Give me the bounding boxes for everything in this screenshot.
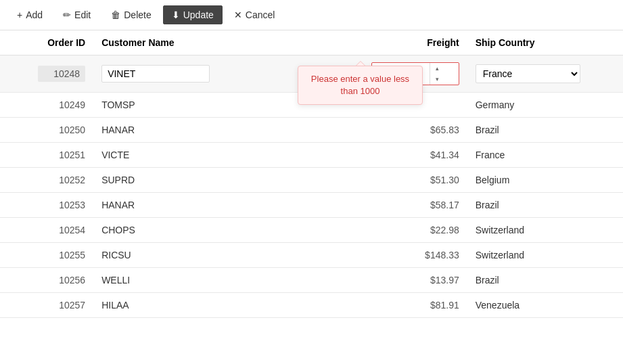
edit-label: Edit [74, 9, 91, 20]
table-row: 10253HANAR$58.17Brazil [0, 193, 623, 218]
update-label: Update [183, 9, 214, 20]
add-label: Add [26, 9, 43, 20]
customer-name-cell: VICTE [93, 143, 342, 168]
tooltip-message: Please enter a value less than 1000 [298, 66, 423, 105]
delete-icon: 🗑 [111, 9, 120, 20]
customer-name-cell: HANAR [93, 193, 342, 218]
ship-country-cell: Belgium [467, 168, 623, 193]
table-row: 10254CHOPS$22.98Switzerland [0, 218, 623, 243]
ship-country-cell: Germany [467, 93, 623, 118]
customer-name-cell: WELLI [93, 268, 342, 293]
header-customer-name: Customer Name [93, 30, 342, 55]
header-order-id: Order ID [0, 30, 93, 55]
freight-spin-up[interactable]: ▴ [430, 63, 445, 74]
ship-country-cell: Venezuela [467, 293, 623, 318]
update-icon: ⬇ [172, 9, 180, 20]
freight-cell: $148.33 [343, 243, 467, 268]
edit-icon: ✏ [63, 9, 71, 20]
add-icon: + [17, 9, 22, 20]
ship-country-cell: Switzerland [467, 243, 623, 268]
edit-button[interactable]: ✏ Edit [54, 5, 99, 24]
toolbar: + Add ✏ Edit 🗑 Delete ⬇ Update ✕ Cancel [0, 0, 623, 30]
ship-country-cell: Brazil [467, 118, 623, 143]
customer-name-input[interactable] [101, 65, 210, 83]
customer-name-cell: SUPRD [93, 168, 342, 193]
freight-cell: $41.34 [343, 143, 467, 168]
order-id-cell: 10250 [0, 118, 93, 143]
ship-country-cell: France [467, 143, 623, 168]
customer-name-cell: RICSU [93, 243, 342, 268]
customer-name-cell: CHOPS [93, 218, 342, 243]
cancel-icon: ✕ [234, 9, 242, 20]
order-id-cell: 10256 [0, 268, 93, 293]
table-row: 10251VICTE$41.34France [0, 143, 623, 168]
header-ship-country: Ship Country [467, 30, 623, 55]
table-row: 10256WELLI$13.97Brazil [0, 268, 623, 293]
freight-cell: $65.83 [343, 118, 467, 143]
freight-spin-down[interactable]: ▾ [430, 74, 445, 85]
order-id-cell: 10257 [0, 293, 93, 318]
ship-country-select[interactable]: France Germany Brazil Belgium Switzerlan… [476, 65, 580, 83]
ship-country-cell: Brazil [467, 193, 623, 218]
table-row: 10250HANAR$65.83Brazil [0, 118, 623, 143]
cancel-label: Cancel [246, 9, 275, 20]
freight-spinners: ▴ ▾ [430, 63, 445, 85]
freight-cell: $22.98 [343, 218, 467, 243]
freight-cell: $81.91 [343, 293, 467, 318]
freight-cell: $13.97 [343, 268, 467, 293]
editing-order-id-cell: 10248 [0, 55, 93, 93]
delete-label: Delete [124, 9, 151, 20]
cancel-button[interactable]: ✕ Cancel [225, 5, 284, 24]
order-id-cell: 10254 [0, 218, 93, 243]
order-id-cell: 10255 [0, 243, 93, 268]
header-freight: Freight [343, 30, 467, 55]
order-id-cell: 10253 [0, 193, 93, 218]
order-id-cell: 10251 [0, 143, 93, 168]
customer-name-cell: HANAR [93, 118, 342, 143]
update-button[interactable]: ⬇ Update [163, 5, 223, 24]
delete-button[interactable]: 🗑 Delete [102, 5, 160, 24]
customer-name-cell: HILAA [93, 293, 342, 318]
order-id-cell: 10249 [0, 93, 93, 118]
table-row: 10252SUPRD$51.30Belgium [0, 168, 623, 193]
table-container: Please enter a value less than 1000 Orde… [0, 30, 623, 359]
order-id-cell: 10252 [0, 168, 93, 193]
editing-order-id-value: 10248 [38, 66, 85, 82]
ship-country-cell: Switzerland [467, 218, 623, 243]
table-header-row: Order ID Customer Name Freight Ship Coun… [0, 30, 623, 55]
freight-cell: $58.17 [343, 193, 467, 218]
validation-tooltip: Please enter a value less than 1000 [298, 66, 423, 105]
table-row: 10257HILAA$81.91Venezuela [0, 293, 623, 318]
add-button[interactable]: + Add [8, 5, 51, 24]
table-row: 10255RICSU$148.33Switzerland [0, 243, 623, 268]
country-select-wrap: France Germany Brazil Belgium Switzerlan… [476, 64, 580, 83]
freight-cell: $51.30 [343, 168, 467, 193]
ship-country-cell: Brazil [467, 268, 623, 293]
editing-ship-country-cell: France Germany Brazil Belgium Switzerlan… [467, 55, 623, 93]
